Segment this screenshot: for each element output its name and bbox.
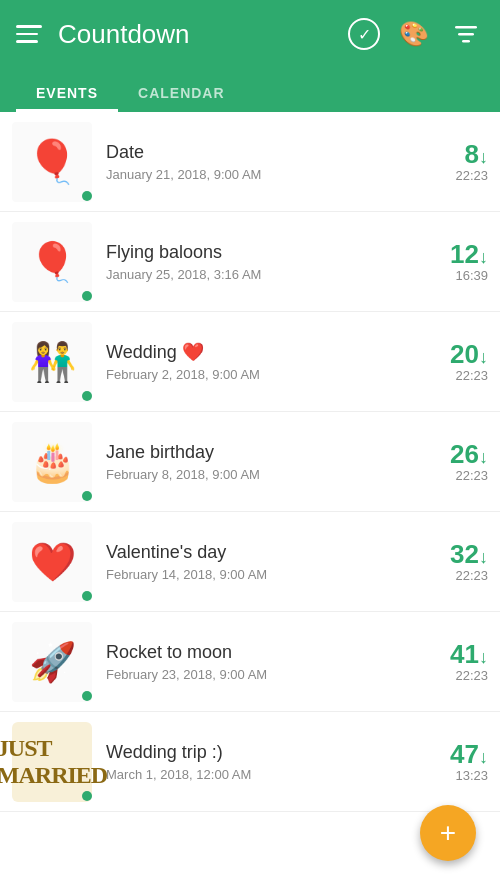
check-icon[interactable]: ✓ <box>348 18 380 50</box>
countdown-days: 47↓ <box>418 740 488 769</box>
palette-icon[interactable]: 🎨 <box>396 16 432 52</box>
event-name: Valentine's day <box>106 542 418 563</box>
event-date: January 25, 2018, 3:16 AM <box>106 267 418 282</box>
event-name: Date <box>106 142 418 163</box>
event-date: January 21, 2018, 9:00 AM <box>106 167 418 182</box>
event-countdown: 41↓ 22:23 <box>418 640 488 684</box>
event-info: Flying baloons January 25, 2018, 3:16 AM <box>106 242 418 282</box>
list-item[interactable]: 🎈 Date January 21, 2018, 9:00 AM 8↓ 22:2… <box>0 112 500 212</box>
event-thumbnail: 👫 <box>12 322 92 402</box>
event-thumbnail: JUSTMARRIED <box>12 722 92 802</box>
list-item[interactable]: 🚀 Rocket to moon February 23, 2018, 9:00… <box>0 612 500 712</box>
countdown-time: 22:23 <box>418 368 488 383</box>
list-item[interactable]: 👫 Wedding ❤️ February 2, 2018, 9:00 AM 2… <box>0 312 500 412</box>
event-countdown: 47↓ 13:23 <box>418 740 488 784</box>
list-item[interactable]: 🎂 Jane birthday February 8, 2018, 9:00 A… <box>0 412 500 512</box>
tab-calendar[interactable]: CALENDAR <box>118 77 245 112</box>
event-dot <box>82 191 92 201</box>
list-item[interactable]: ❤️ Valentine's day February 14, 2018, 9:… <box>0 512 500 612</box>
event-thumbnail: 🎈 <box>12 222 92 302</box>
event-name: Flying baloons <box>106 242 418 263</box>
countdown-time: 16:39 <box>418 268 488 283</box>
event-info: Wedding ❤️ February 2, 2018, 9:00 AM <box>106 341 418 382</box>
event-info: Rocket to moon February 23, 2018, 9:00 A… <box>106 642 418 682</box>
countdown-days: 26↓ <box>418 440 488 469</box>
event-countdown: 8↓ 22:23 <box>418 140 488 184</box>
event-info: Valentine's day February 14, 2018, 9:00 … <box>106 542 418 582</box>
tab-events[interactable]: EVENTS <box>16 77 118 112</box>
countdown-time: 22:23 <box>418 568 488 583</box>
countdown-time: 22:23 <box>418 168 488 183</box>
event-countdown: 20↓ 22:23 <box>418 340 488 384</box>
event-dot <box>82 491 92 501</box>
app-title: Countdown <box>58 19 332 50</box>
event-dot <box>82 591 92 601</box>
tabs-bar: EVENTS CALENDAR <box>16 68 484 112</box>
event-info: Wedding trip :) March 1, 2018, 12:00 AM <box>106 742 418 782</box>
event-name: Wedding ❤️ <box>106 341 418 363</box>
svg-rect-1 <box>458 33 474 36</box>
event-name: Wedding trip :) <box>106 742 418 763</box>
event-date: February 23, 2018, 9:00 AM <box>106 667 418 682</box>
countdown-days: 32↓ <box>418 540 488 569</box>
event-thumbnail: 🎈 <box>12 122 92 202</box>
event-name: Rocket to moon <box>106 642 418 663</box>
event-dot <box>82 791 92 801</box>
countdown-time: 22:23 <box>418 468 488 483</box>
event-date: February 8, 2018, 9:00 AM <box>106 467 418 482</box>
header-top: Countdown ✓ 🎨 <box>16 0 484 68</box>
event-info: Date January 21, 2018, 9:00 AM <box>106 142 418 182</box>
svg-rect-2 <box>462 40 470 43</box>
event-info: Jane birthday February 8, 2018, 9:00 AM <box>106 442 418 482</box>
event-list: 🎈 Date January 21, 2018, 9:00 AM 8↓ 22:2… <box>0 112 500 889</box>
add-event-fab[interactable]: + <box>420 805 476 861</box>
svg-rect-0 <box>455 26 477 29</box>
event-dot <box>82 391 92 401</box>
event-dot <box>82 291 92 301</box>
event-countdown: 32↓ 22:23 <box>418 540 488 584</box>
countdown-days: 20↓ <box>418 340 488 369</box>
event-date: February 14, 2018, 9:00 AM <box>106 567 418 582</box>
add-icon: + <box>440 819 456 847</box>
event-thumbnail: ❤️ <box>12 522 92 602</box>
event-dot <box>82 691 92 701</box>
event-date: February 2, 2018, 9:00 AM <box>106 367 418 382</box>
countdown-time: 22:23 <box>418 668 488 683</box>
event-thumbnail: 🚀 <box>12 622 92 702</box>
countdown-time: 13:23 <box>418 768 488 783</box>
event-name: Jane birthday <box>106 442 418 463</box>
countdown-days: 8↓ <box>418 140 488 169</box>
filter-icon[interactable] <box>448 16 484 52</box>
event-thumbnail: 🎂 <box>12 422 92 502</box>
event-date: March 1, 2018, 12:00 AM <box>106 767 418 782</box>
hamburger-menu-button[interactable] <box>16 25 42 43</box>
event-countdown: 26↓ 22:23 <box>418 440 488 484</box>
list-item[interactable]: JUSTMARRIED Wedding trip :) March 1, 201… <box>0 712 500 812</box>
header: Countdown ✓ 🎨 EVENTS CALENDAR <box>0 0 500 112</box>
list-item[interactable]: 🎈 Flying baloons January 25, 2018, 3:16 … <box>0 212 500 312</box>
event-countdown: 12↓ 16:39 <box>418 240 488 284</box>
countdown-days: 12↓ <box>418 240 488 269</box>
countdown-days: 41↓ <box>418 640 488 669</box>
